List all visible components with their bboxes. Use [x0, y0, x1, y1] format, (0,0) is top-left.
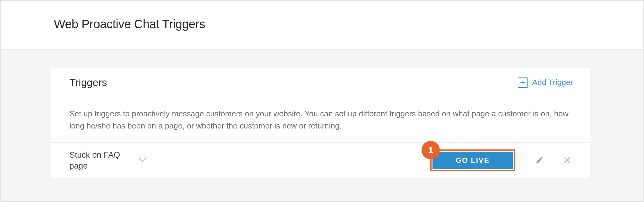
delete-button[interactable]: [562, 154, 573, 167]
plus-icon: [518, 77, 528, 88]
step-badge: 1: [422, 141, 440, 159]
page-title: Web Proactive Chat Triggers: [54, 17, 643, 31]
panel-header: Triggers Add Trigger: [51, 68, 590, 97]
chevron-down-icon[interactable]: [136, 155, 149, 166]
expand-cell: [136, 155, 161, 166]
panel-description: Set up triggers to proactively message c…: [51, 97, 590, 143]
trigger-name: Stuck on FAQ page: [69, 149, 136, 172]
edit-button[interactable]: [534, 154, 546, 167]
go-live-wrap: 1 GO LIVE: [430, 149, 515, 171]
panel-title: Triggers: [69, 77, 107, 88]
row-actions: [534, 154, 573, 167]
trigger-row: Stuck on FAQ page 1 GO LIVE: [51, 143, 590, 178]
triggers-panel: Triggers Add Trigger Set up triggers to …: [51, 68, 590, 178]
add-trigger-button[interactable]: Add Trigger: [518, 77, 573, 88]
content-area: Triggers Add Trigger Set up triggers to …: [1, 50, 643, 178]
close-icon: [563, 156, 571, 165]
annotation-outline: GO LIVE: [430, 149, 515, 171]
page-header: Web Proactive Chat Triggers: [1, 1, 643, 50]
pencil-icon: [535, 156, 544, 165]
add-trigger-label: Add Trigger: [532, 78, 573, 87]
go-live-button[interactable]: GO LIVE: [432, 152, 513, 169]
